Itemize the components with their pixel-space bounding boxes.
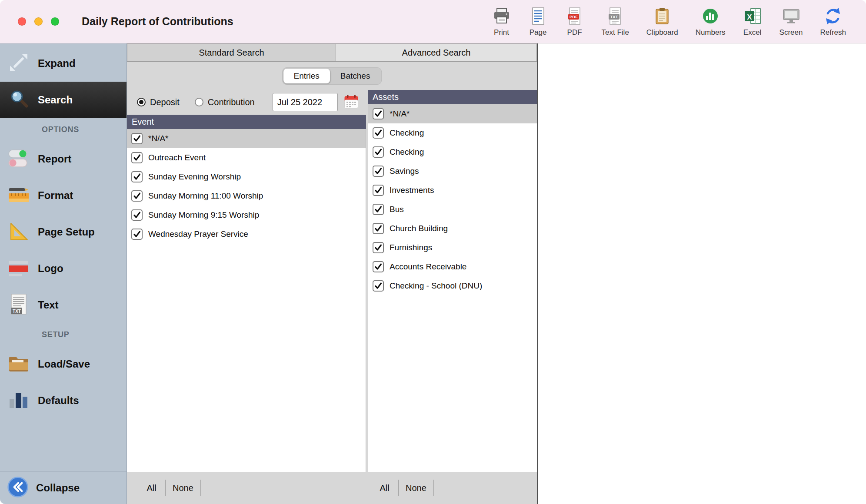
radio-contribution[interactable]: Contribution xyxy=(195,97,255,107)
refresh-button[interactable]: Refresh xyxy=(811,7,855,37)
sidebar-item-collapse[interactable]: Collapse xyxy=(0,471,127,504)
advanced-search-pane: Entries Batches Deposit Contribution xyxy=(127,62,537,504)
txt-file-icon: TXT xyxy=(606,7,625,27)
asset-row[interactable]: Investments xyxy=(368,181,537,200)
segment-batches[interactable]: Batches xyxy=(330,69,381,83)
event-row[interactable]: Sunday Morning 11:00 Worship xyxy=(127,186,366,206)
screen-button[interactable]: Screen xyxy=(771,7,812,37)
asset-row-label: Church Building xyxy=(390,224,448,233)
tab-bar: Standard Search Advanced Search xyxy=(127,43,537,62)
assets-select-all-button[interactable]: All xyxy=(371,480,399,496)
checkbox-checked[interactable] xyxy=(373,242,384,253)
event-row[interactable]: Outreach Event xyxy=(127,148,366,167)
close-button[interactable] xyxy=(18,17,26,26)
radio-deposit-label: Deposit xyxy=(150,97,180,107)
app-body: Expand Search OPTIONS xyxy=(0,43,866,504)
radio-deposit[interactable]: Deposit xyxy=(137,97,180,107)
sidebar-item-page-setup[interactable]: Page Setup xyxy=(0,214,127,250)
collapse-chevrons-icon xyxy=(7,476,29,500)
asset-row[interactable]: Checking xyxy=(368,123,537,143)
sidebar-item-load-save[interactable]: Load/Save xyxy=(0,346,127,382)
event-select-none-button[interactable]: None xyxy=(166,480,201,496)
checkbox-checked[interactable] xyxy=(131,171,143,182)
checkbox-checked[interactable] xyxy=(373,108,384,119)
asset-row[interactable]: Church Building xyxy=(368,219,537,238)
text-file-button[interactable]: TXT Text File xyxy=(593,7,638,37)
radio-deposit-circle xyxy=(137,98,146,106)
sidebar-item-defaults[interactable]: Defaults xyxy=(0,382,127,419)
event-row[interactable]: *N/A* xyxy=(127,129,366,148)
asset-row[interactable]: Furnishings xyxy=(368,238,537,257)
expand-arrows-icon xyxy=(7,50,31,76)
date-input[interactable] xyxy=(273,93,338,111)
checkbox-checked[interactable] xyxy=(373,261,384,272)
checkbox-checked[interactable] xyxy=(373,166,384,177)
sidebar-item-format[interactable]: Format xyxy=(0,177,127,214)
asset-row[interactable]: Savings xyxy=(368,162,537,181)
sidebar-item-expand-label: Expand xyxy=(38,57,76,70)
excel-button[interactable]: X Excel xyxy=(734,7,771,37)
sidebar-item-text[interactable]: TXT Text xyxy=(0,287,127,323)
page-button[interactable]: Page xyxy=(520,7,556,37)
traffic-lights xyxy=(18,17,59,26)
sidebar-item-search[interactable]: Search xyxy=(0,82,127,118)
tab-advanced-search[interactable]: Advanced Search xyxy=(336,43,537,61)
event-select-buttons: All None xyxy=(137,480,201,496)
asset-row[interactable]: Checking xyxy=(368,143,537,162)
print-label: Print xyxy=(494,28,509,37)
asset-row-label: Savings xyxy=(390,166,419,176)
print-button[interactable]: Print xyxy=(483,7,520,37)
checkbox-checked[interactable] xyxy=(373,280,384,292)
page-label: Page xyxy=(530,28,547,37)
set-square-icon xyxy=(7,219,31,245)
assets-select-buttons: All None xyxy=(370,480,434,496)
asset-row[interactable]: *N/A* xyxy=(368,104,537,123)
toolbar: Print Page xyxy=(483,7,866,37)
sidebar-item-format-label: Format xyxy=(38,189,73,202)
calendar-picker-button[interactable] xyxy=(343,94,360,110)
sidebar-item-expand[interactable]: Expand xyxy=(0,45,127,82)
sidebar-section-setup: SETUP xyxy=(0,323,127,346)
minimize-button[interactable] xyxy=(34,17,43,26)
numbers-button[interactable]: Numbers xyxy=(687,7,734,37)
tab-standard-search[interactable]: Standard Search xyxy=(127,43,336,61)
checkbox-checked[interactable] xyxy=(373,146,384,158)
report-preview-area xyxy=(537,43,866,504)
event-panel-header: Event xyxy=(127,115,366,129)
sidebar-item-logo[interactable]: Logo xyxy=(0,250,127,287)
checkbox-checked[interactable] xyxy=(131,229,143,240)
window-title: Daily Report of Contributions xyxy=(82,15,233,28)
asset-row[interactable]: Checking - School (DNU) xyxy=(368,276,537,295)
event-row[interactable]: Sunday Evening Worship xyxy=(127,167,366,186)
checkbox-checked[interactable] xyxy=(131,152,143,163)
event-row-label: Wednesday Prayer Service xyxy=(148,229,248,239)
checkbox-checked[interactable] xyxy=(373,223,384,234)
sidebar-item-report[interactable]: Report xyxy=(0,141,127,177)
pdf-button[interactable]: PDF PDF xyxy=(556,7,593,37)
event-row-label: Sunday Morning 11:00 Worship xyxy=(148,191,263,201)
sidebar-item-report-label: Report xyxy=(38,153,71,165)
sidebar-item-logo-label: Logo xyxy=(38,262,63,275)
checkbox-checked[interactable] xyxy=(131,190,143,202)
numbers-label: Numbers xyxy=(696,28,726,37)
assets-panel-header: Assets xyxy=(368,90,537,104)
checkbox-checked[interactable] xyxy=(373,127,384,139)
event-row[interactable]: Sunday Morning 9:15 Worship xyxy=(127,206,366,225)
event-row-label: Sunday Evening Worship xyxy=(148,172,241,182)
event-select-all-button[interactable]: All xyxy=(138,480,166,496)
clipboard-button[interactable]: Clipboard xyxy=(638,7,687,37)
checkbox-checked[interactable] xyxy=(373,185,384,196)
assets-select-none-button[interactable]: None xyxy=(399,480,434,496)
calendar-icon xyxy=(343,104,359,111)
checkbox-checked[interactable] xyxy=(373,204,384,215)
assets-list: *N/A* Checking Checking Savings xyxy=(368,104,537,472)
sidebar-item-text-label: Text xyxy=(38,299,59,311)
checkbox-checked[interactable] xyxy=(131,209,143,221)
asset-row[interactable]: Bus xyxy=(368,200,537,219)
segment-entries[interactable]: Entries xyxy=(283,69,330,83)
zoom-button[interactable] xyxy=(51,17,59,26)
event-row[interactable]: Wednesday Prayer Service xyxy=(127,225,366,244)
svg-text:X: X xyxy=(747,13,752,21)
checkbox-checked[interactable] xyxy=(131,133,143,144)
asset-row[interactable]: Accounts Receivable xyxy=(368,257,537,276)
